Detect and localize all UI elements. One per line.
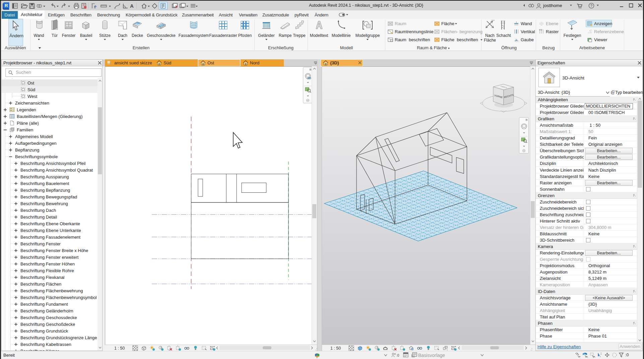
svg-text:R: R [5, 3, 8, 8]
svg-text::0: :0 [396, 354, 399, 357]
svg-text:?: ? [590, 4, 592, 8]
